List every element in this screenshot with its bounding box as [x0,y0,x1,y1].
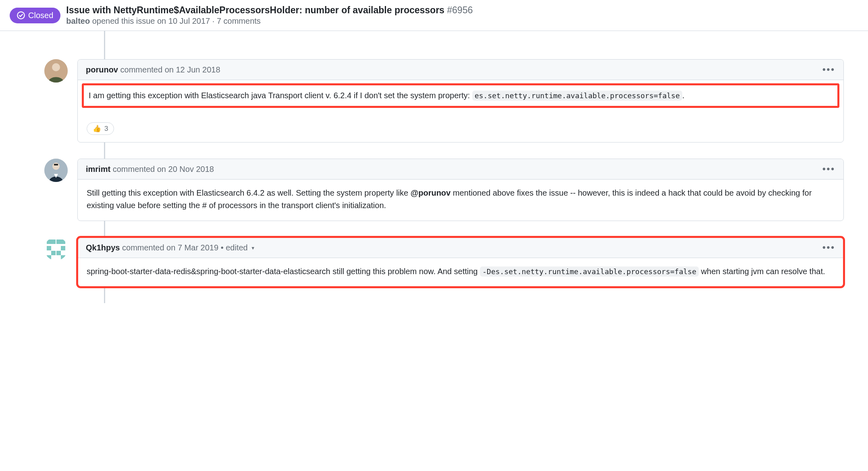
comment-body: Still getting this exception with Elasti… [78,180,843,221]
avatar[interactable] [44,237,68,260]
status-badge: Closed [10,8,60,23]
svg-point-2 [52,63,60,71]
inline-code: es.set.netty.runtime.available.processor… [472,91,682,101]
comment-body: spring-boot-starter-data-redis&spring-bo… [78,258,843,287]
comment-date[interactable]: on 12 Jun 2018 [165,65,220,74]
user-mention[interactable]: @porunov [411,188,451,197]
comment-author[interactable]: imrimt [86,165,110,174]
avatar-icon [44,159,68,182]
issue-author[interactable]: balteo [66,17,90,25]
check-circle-icon [17,11,25,19]
avatar[interactable] [44,59,68,83]
thumbs-up-icon: 👍 [93,124,101,133]
highlight-box: I am getting this exception with Elastic… [82,83,839,108]
kebab-menu-icon[interactable]: ••• [822,64,835,75]
status-label: Closed [28,11,53,20]
comment-block: imrimt commented on 20 Nov 2018 ••• Stil… [44,159,844,221]
identicon-icon [44,237,68,260]
svg-rect-7 [47,240,51,244]
reaction-thumbs-up[interactable]: 👍 3 [87,122,114,135]
svg-rect-14 [56,251,61,255]
inline-code: -Des.set.netty.runtime.available.process… [480,266,699,277]
comment-header: imrimt commented on 20 Nov 2018 ••• [78,159,843,180]
svg-rect-16 [61,255,65,260]
comment-author[interactable]: Qk1hpys [86,243,120,252]
issue-title[interactable]: Issue with NettyRuntime$AvailableProcess… [66,5,473,16]
svg-rect-8 [51,240,56,244]
kebab-menu-icon[interactable]: ••• [822,164,835,174]
comment-date[interactable]: on 20 Nov 2018 [157,165,214,174]
svg-rect-12 [61,246,65,250]
avatar-icon [44,59,68,83]
svg-rect-11 [47,246,51,250]
svg-rect-9 [56,240,61,244]
svg-rect-15 [47,255,51,260]
svg-point-0 [17,12,25,19]
comment-card: imrimt commented on 20 Nov 2018 ••• Stil… [77,159,844,221]
kebab-menu-icon[interactable]: ••• [822,242,835,253]
reaction-count: 3 [104,125,108,133]
comment-card: porunov commented on 12 Jun 2018 ••• I a… [77,59,844,143]
comment-block: Qk1hpys commented on 7 Mar 2019 • edited… [44,237,844,287]
edited-indicator[interactable]: • edited ▼ [221,243,255,252]
avatar[interactable] [44,159,68,182]
comment-header: Qk1hpys commented on 7 Mar 2019 • edited… [78,238,843,258]
issue-meta: balteo opened this issue on 10 Jul 2017 … [66,17,473,26]
svg-point-4 [52,163,60,170]
comment-block: porunov commented on 12 Jun 2018 ••• I a… [44,59,844,143]
svg-rect-13 [51,251,56,255]
issue-sticky-header: Closed Issue with NettyRuntime$Available… [0,0,868,31]
caret-down-icon: ▼ [251,246,255,250]
svg-rect-5 [54,164,58,165]
comment-author[interactable]: porunov [86,65,118,74]
comment-date[interactable]: on 7 Mar 2019 [166,243,218,252]
comment-body: I am getting this exception with Elastic… [78,80,843,122]
comment-count: 7 comments [217,17,261,25]
issue-number: #6956 [447,5,473,15]
comment-card: Qk1hpys commented on 7 Mar 2019 • edited… [77,237,844,287]
reactions: 👍 3 [78,122,843,142]
svg-rect-10 [61,240,65,244]
comment-header: porunov commented on 12 Jun 2018 ••• [78,60,843,80]
